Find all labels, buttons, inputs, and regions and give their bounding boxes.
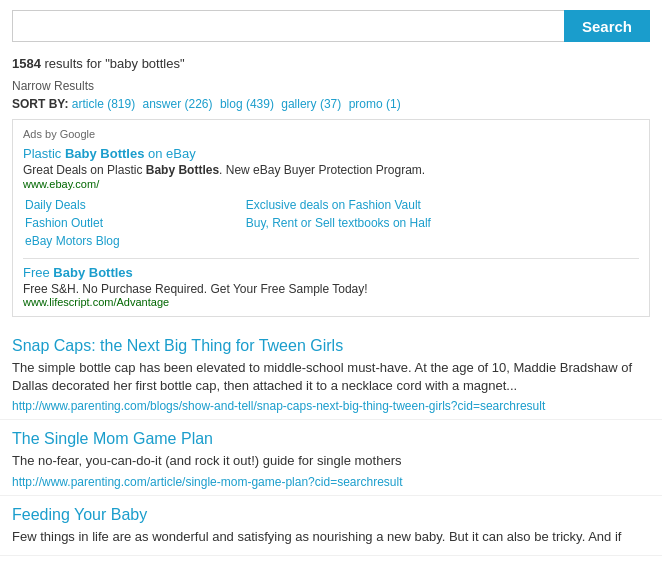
result-title-2[interactable]: The Single Mom Game Plan xyxy=(12,430,650,448)
ad2-title-bold: Baby Bottles xyxy=(53,265,132,280)
result-title-3[interactable]: Feeding Your Baby xyxy=(12,506,650,524)
results-count: 1584 results for "baby bottles" xyxy=(0,52,662,77)
sort-article[interactable]: article (819) xyxy=(72,97,135,111)
ad1-title-suffix: on eBay xyxy=(144,146,195,161)
result-url-1[interactable]: http://www.parenting.com/blogs/show-and-… xyxy=(12,399,545,413)
result-url-2[interactable]: http://www.parenting.com/article/single-… xyxy=(12,475,403,489)
narrow-results-label: Narrow Results xyxy=(0,77,662,95)
search-button[interactable]: Search xyxy=(564,10,650,42)
ad-separator xyxy=(23,258,639,259)
ad1-desc-prefix: Great Deals on Plastic xyxy=(23,163,146,177)
ad1-title-prefix: Plastic xyxy=(23,146,65,161)
ads-by-google-label: Ads by Google xyxy=(23,128,639,140)
ad2-desc: Free S&H. No Purchase Required. Get Your… xyxy=(23,282,639,296)
ad1-link-fashion-outlet[interactable]: Fashion Outlet xyxy=(25,216,103,230)
result-desc-2: The no-fear, you-can-do-it (and rock it … xyxy=(12,452,650,470)
ad2-url: www.lifescript.com/Advantage xyxy=(23,296,639,308)
result-item-2: The Single Mom Game Plan The no-fear, yo… xyxy=(0,420,662,495)
ad2-title-prefix: Free xyxy=(23,265,53,280)
results-suffix: results for "baby bottles" xyxy=(41,56,185,71)
ad1-link-daily-deals[interactable]: Daily Deals xyxy=(25,198,86,212)
search-input[interactable]: baby bottles xyxy=(12,10,564,42)
ad1-title-link[interactable]: Plastic Baby Bottles on eBay xyxy=(23,146,639,161)
search-bar: baby bottles Search xyxy=(0,0,662,52)
sort-promo[interactable]: promo (1) xyxy=(349,97,401,111)
sort-by-label: SORT BY: xyxy=(12,97,68,111)
result-desc-3: Few things in life are as wonderful and … xyxy=(12,528,650,546)
sort-by-bar: SORT BY: article (819) answer (226) blog… xyxy=(0,95,662,119)
ad1-desc-suffix: . New eBay Buyer Protection Program. xyxy=(219,163,425,177)
ad1-url: www.ebay.com/ xyxy=(23,178,639,190)
ad1-desc-bold: Baby Bottles xyxy=(146,163,219,177)
ad1-link-ebay-motors[interactable]: eBay Motors Blog xyxy=(25,234,120,248)
sort-gallery[interactable]: gallery (37) xyxy=(281,97,341,111)
ad2-title-link[interactable]: Free Baby Bottles xyxy=(23,265,639,280)
sort-blog[interactable]: blog (439) xyxy=(220,97,274,111)
result-desc-1: The simple bottle cap has been elevated … xyxy=(12,359,650,395)
ads-box: Ads by Google Plastic Baby Bottles on eB… xyxy=(12,119,650,317)
ad1-link-half[interactable]: Buy, Rent or Sell textbooks on Half xyxy=(246,216,431,230)
ad1-links-table: Daily Deals Exclusive deals on Fashion V… xyxy=(23,196,639,252)
result-item-3: Feeding Your Baby Few things in life are… xyxy=(0,496,662,556)
results-number: 1584 xyxy=(12,56,41,71)
ad1-link-fashion-vault[interactable]: Exclusive deals on Fashion Vault xyxy=(246,198,421,212)
result-item-1: Snap Caps: the Next Big Thing for Tween … xyxy=(0,327,662,420)
ad1-desc: Great Deals on Plastic Baby Bottles. New… xyxy=(23,163,639,177)
result-title-1[interactable]: Snap Caps: the Next Big Thing for Tween … xyxy=(12,337,650,355)
sort-answer[interactable]: answer (226) xyxy=(143,97,213,111)
ad1-title-bold: Baby Bottles xyxy=(65,146,144,161)
